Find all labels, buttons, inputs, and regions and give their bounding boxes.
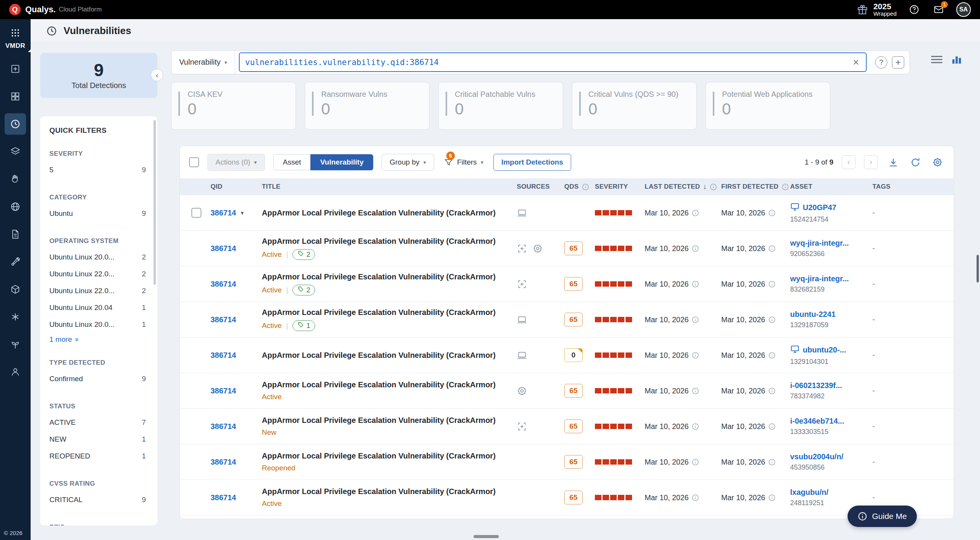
asset-link[interactable]: ubuntu20-... xyxy=(803,346,846,354)
qid-link[interactable]: 386714 xyxy=(211,315,236,324)
table-row[interactable]: 386714AppArmor Local Privilege Escalatio… xyxy=(180,302,954,338)
filter-item[interactable]: 59 xyxy=(49,162,148,178)
table-row[interactable]: 386714AppArmor Local Privilege Escalatio… xyxy=(180,409,954,444)
prev-page-button[interactable]: ‹ xyxy=(842,155,856,169)
filter-item[interactable]: ACTIVE7 xyxy=(49,414,148,431)
asset-link[interactable]: U20GP47 xyxy=(803,203,836,212)
scans-icon[interactable] xyxy=(5,279,26,300)
table-row[interactable]: 386714AppArmor Local Privilege Escalatio… xyxy=(180,266,954,302)
qid-link[interactable]: 386714 xyxy=(211,209,236,217)
vulnerability-title[interactable]: AppArmor Local Privilege Escalation Vuln… xyxy=(262,380,496,389)
users-icon[interactable] xyxy=(5,361,26,383)
info-icon[interactable] xyxy=(692,494,699,501)
info-icon[interactable] xyxy=(692,458,699,466)
actions-button[interactable]: Actions (0) ▾ xyxy=(207,154,265,171)
vulnerability-title[interactable]: AppArmor Local Privilege Escalation Vuln… xyxy=(262,209,496,217)
import-detections-button[interactable]: Import Detections xyxy=(493,154,572,171)
summary-card[interactable]: Critical Vulns (QDS >= 90)0 xyxy=(572,82,697,130)
info-icon[interactable] xyxy=(582,183,589,191)
tag-count-chip[interactable]: 1 xyxy=(292,320,315,331)
vulnerability-title[interactable]: AppArmor Local Privilege Escalation Vuln… xyxy=(262,237,496,246)
summary-card[interactable]: CISA KEV0 xyxy=(171,82,296,130)
summary-card[interactable]: Potential Web Applications0 xyxy=(706,82,830,130)
info-icon[interactable] xyxy=(782,183,789,191)
table-row[interactable]: 386714AppArmor Local Privilege Escalatio… xyxy=(180,480,954,516)
expand-chevron-icon[interactable]: ▾ xyxy=(241,209,244,217)
qid-link[interactable]: 386714 xyxy=(211,422,236,431)
filter-item[interactable]: Ubuntu Linux 22.0...2 xyxy=(49,282,148,299)
asset-toggle-button[interactable]: Asset xyxy=(273,154,311,170)
info-icon[interactable] xyxy=(768,494,776,501)
filter-item[interactable]: Ubuntu Linux 20.0...2 xyxy=(49,249,148,266)
quick-filters-scrollbar[interactable] xyxy=(154,120,156,285)
filter-item[interactable]: REOPENED1 xyxy=(49,448,148,465)
col-header-asset[interactable]: ASSET xyxy=(790,183,872,191)
summary-card[interactable]: Ransomware Vulns0 xyxy=(305,82,430,130)
info-icon[interactable] xyxy=(768,387,776,395)
asset-link[interactable]: i-060213239f... xyxy=(790,381,842,390)
info-icon[interactable] xyxy=(768,245,776,252)
info-icon[interactable] xyxy=(692,209,699,217)
summary-card[interactable]: Critical Patchable Vulns0 xyxy=(438,82,563,130)
next-page-button[interactable]: › xyxy=(864,155,878,169)
patch-management-icon[interactable] xyxy=(5,334,26,355)
filter-item[interactable]: Ubuntu Linux 20.0...1 xyxy=(49,316,148,333)
info-icon[interactable] xyxy=(692,281,699,288)
filter-item[interactable]: NEW1 xyxy=(49,431,148,448)
col-header-sources[interactable]: SOURCES xyxy=(514,183,564,191)
filter-item[interactable]: Confirmed9 xyxy=(49,370,148,387)
clear-search-icon[interactable]: × xyxy=(851,57,861,68)
collapse-panel-button[interactable]: ‹ xyxy=(151,69,163,81)
tag-count-chip[interactable]: 2 xyxy=(292,285,315,295)
info-icon[interactable] xyxy=(768,316,776,323)
add-widget-icon[interactable]: + xyxy=(892,56,904,69)
filter-item[interactable]: Ubuntu Linux 20.041 xyxy=(49,299,148,316)
wrapped-banner[interactable]: 2025 Wrapped xyxy=(856,2,897,17)
asset-link[interactable]: vsubu2004u/n/ xyxy=(790,452,843,461)
table-row[interactable]: 386714AppArmor Local Privilege Escalatio… xyxy=(180,338,954,373)
vulnerability-title[interactable]: AppArmor Local Privilege Escalation Vuln… xyxy=(262,487,496,496)
filters-button[interactable]: 6 Filters ▾ xyxy=(443,155,485,169)
table-row[interactable]: 386714▾AppArmor Local Privilege Escalati… xyxy=(180,195,954,231)
group-by-button[interactable]: Group by ▾ xyxy=(382,154,434,171)
info-icon[interactable] xyxy=(692,245,699,252)
qid-link[interactable]: 386714 xyxy=(211,280,236,289)
col-header-tags[interactable]: TAGS xyxy=(872,183,954,191)
remediation-icon[interactable] xyxy=(5,251,26,272)
table-row[interactable]: 386714AppArmor Local Privilege Escalatio… xyxy=(180,444,954,480)
prioritization-icon[interactable] xyxy=(5,168,26,190)
assets-icon[interactable] xyxy=(5,141,26,162)
info-icon[interactable] xyxy=(692,423,699,430)
info-icon[interactable] xyxy=(768,209,776,217)
notifications-icon[interactable]: 1 xyxy=(932,3,946,16)
vulnerability-toggle-button[interactable]: Vulnerability xyxy=(310,154,373,170)
col-header-last-detected[interactable]: LAST DETECTED↓ xyxy=(645,183,721,191)
search-scope-dropdown[interactable]: Vulnerability ▾ xyxy=(172,51,235,74)
qid-link[interactable]: 386714 xyxy=(211,493,236,502)
select-all-checkbox[interactable] xyxy=(189,157,199,167)
create-dashboard-icon[interactable] xyxy=(5,58,26,80)
asset-link[interactable]: lxagubu/n/ xyxy=(790,488,828,497)
table-row[interactable]: 386714AppArmor Local Privilege Escalatio… xyxy=(180,231,954,266)
info-icon[interactable] xyxy=(768,281,776,288)
qid-link[interactable]: 386714 xyxy=(211,458,236,467)
threat-protection-icon[interactable] xyxy=(5,196,26,217)
window-scrollbar[interactable] xyxy=(977,255,979,282)
filter-item[interactable]: CRITICAL9 xyxy=(49,491,148,508)
col-header-first-detected[interactable]: FIRST DETECTED xyxy=(721,183,790,191)
tag-count-chip[interactable]: 2 xyxy=(292,249,315,260)
table-row[interactable]: 386714AppArmor Local Privilege Escalatio… xyxy=(180,373,954,409)
col-header-qid[interactable]: QID xyxy=(204,183,262,191)
info-icon[interactable] xyxy=(692,316,699,323)
refresh-icon[interactable] xyxy=(908,155,922,169)
asset-link[interactable]: wyq-jira-integr... xyxy=(790,239,849,248)
vulnerabilities-icon[interactable] xyxy=(5,113,26,135)
col-header-title[interactable]: TITLE xyxy=(262,183,514,191)
vulnerability-title[interactable]: AppArmor Local Privilege Escalation Vuln… xyxy=(262,452,496,460)
vulnerability-title[interactable]: AppArmor Local Privilege Escalation Vuln… xyxy=(262,272,496,281)
vulnerability-title[interactable]: AppArmor Local Privilege Escalation Vuln… xyxy=(262,308,496,317)
info-icon[interactable] xyxy=(768,458,776,466)
sort-desc-icon[interactable]: ↓ xyxy=(703,183,707,191)
user-avatar[interactable]: SA xyxy=(956,2,971,17)
chart-view-icon[interactable] xyxy=(951,54,962,65)
